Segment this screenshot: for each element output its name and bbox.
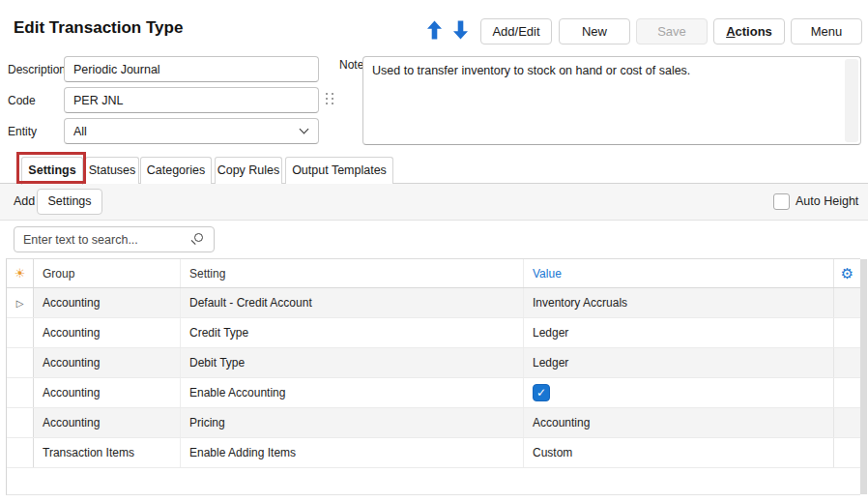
add-edit-button[interactable]: Add/Edit [480,18,552,44]
setting-cell: Debit Type [181,348,523,377]
search-input[interactable] [14,226,215,252]
description-field[interactable] [64,56,319,82]
table-row[interactable]: Accounting Enable Accounting ✓ [7,378,860,408]
add-settings-button[interactable]: Settings [37,189,102,215]
table-row[interactable]: Accounting Credit Type Ledger [7,318,860,348]
navigate-next-icon[interactable] [452,20,469,40]
navigate-previous-icon[interactable] [426,20,443,40]
setting-cell: Credit Type [181,318,523,347]
table-row[interactable]: ▷ Accounting Default - Credit Account In… [7,288,860,318]
row-indicator-cell [7,318,34,347]
setting-cell: Default - Credit Account [181,288,523,317]
group-cell: Accounting [34,318,180,347]
table-row[interactable]: Transaction Items Enable Adding Items Cu… [7,438,860,468]
tab-statuses[interactable]: Statuses [85,157,139,184]
column-chooser-cell: ⚙ [834,259,860,287]
code-field[interactable] [64,87,319,113]
group-cell: Accounting [34,408,180,437]
table-row[interactable]: Accounting Pricing Accounting [7,408,860,438]
row-indicator-cell [7,438,34,467]
tab-settings[interactable]: Settings [21,157,83,185]
note-label: Note [339,58,363,72]
actions-accelerator: A [726,24,735,39]
add-label: Add [14,194,35,208]
drag-grip-icon[interactable] [326,93,333,105]
entity-dropdown[interactable] [64,118,319,144]
row-indicator-cell [7,378,34,407]
grid-header-row: ☀ Group Setting Value ⚙ [7,259,860,288]
gear-icon[interactable]: ⚙ [841,266,854,281]
tab-toolbar: Add Settings Auto Height [0,184,868,221]
tab-copy-rules[interactable]: Copy Rules [215,157,282,184]
value-cell: Ledger [524,348,833,377]
value-checkbox-checked[interactable]: ✓ [533,384,550,401]
actions-button[interactable]: Actions [713,18,785,44]
entity-label: Entity [8,125,37,138]
new-button[interactable]: New [559,18,630,44]
grid-vertical-scrollbar[interactable] [860,259,867,494]
tab-categories[interactable]: Categories [140,157,212,184]
note-field[interactable]: Used to transfer inventory to stock on h… [363,57,860,144]
save-button[interactable]: Save [636,18,708,44]
expand-row-icon[interactable]: ▷ [16,298,24,309]
row-indicator-cell [7,348,34,377]
table-row[interactable]: Accounting Debit Type Ledger [7,348,860,378]
note-field-container: Used to transfer inventory to stock on h… [362,56,861,145]
setting-cell: Pricing [181,408,523,437]
row-indicator-cell: ▷ [7,288,34,317]
value-cell: Inventory Accruals [524,288,833,317]
auto-height-label: Auto Height [796,194,858,208]
column-header-setting[interactable]: Setting [181,259,524,287]
group-cell: Accounting [34,348,180,377]
group-cell: Accounting [34,378,180,407]
sun-filter-icon[interactable]: ☀ [14,267,26,280]
value-cell: Custom [524,438,833,467]
code-label: Code [8,94,36,107]
actions-label-rest: ctions [736,24,772,39]
column-header-value[interactable]: Value [524,259,834,287]
header-indicator-cell: ☀ [7,259,34,287]
settings-grid: ☀ Group Setting Value ⚙ ▷ Accounting Def… [6,258,860,495]
group-cell: Accounting [34,288,180,317]
setting-cell: Enable Adding Items [181,438,523,467]
auto-height-checkbox[interactable] [773,193,790,210]
value-cell: Ledger [524,318,833,347]
search-icon[interactable] [194,233,203,242]
page-title: Edit Transaction Type [14,18,183,38]
group-cell: Transaction Items [34,438,180,467]
menu-button[interactable]: Menu [791,18,862,44]
description-label: Description [8,63,66,76]
value-cell: Accounting [524,408,833,437]
edit-transaction-type-window: Edit Transaction Type Add/Edit New Save … [0,0,868,503]
row-indicator-cell [7,408,34,437]
search-box [14,226,215,252]
setting-cell: Enable Accounting [181,378,523,407]
tab-output-templates[interactable]: Output Templates [285,157,393,184]
note-scrollbar[interactable] [845,59,858,142]
column-header-group[interactable]: Group [34,259,181,287]
